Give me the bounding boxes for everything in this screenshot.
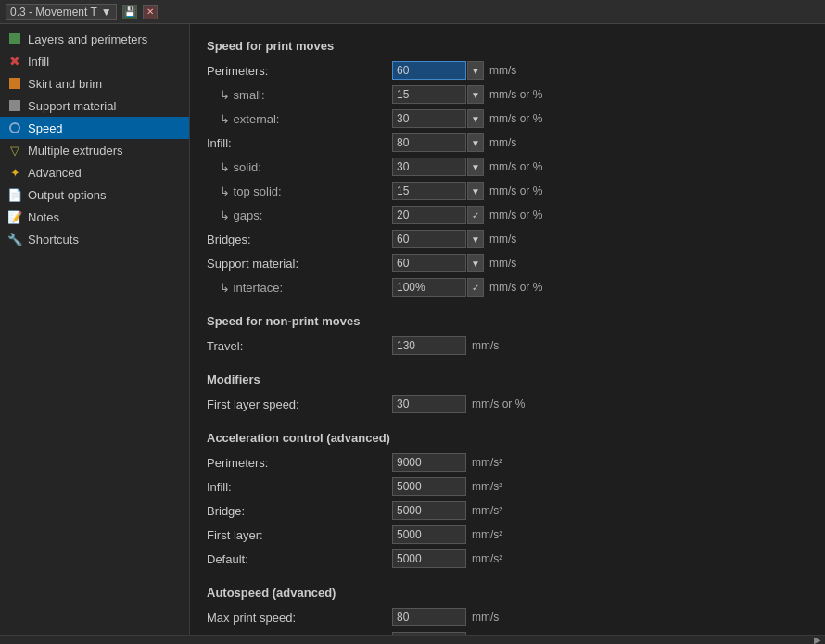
row-infill: Infill: ▼ mm/s <box>207 133 808 153</box>
travel-input[interactable] <box>392 336 466 355</box>
support-input[interactable] <box>392 254 466 272</box>
perimeters-dropdown-arrow[interactable]: ▼ <box>467 61 484 80</box>
sidebar-item-notes[interactable]: 📝 Notes <box>0 206 189 228</box>
section-non-print: Speed for non-print moves <box>207 314 808 328</box>
close-icon: ✕ <box>146 6 154 17</box>
row-bridges: Bridges: ▼ mm/s <box>207 229 808 249</box>
row-accel-bridge: Bridge: mm/s² <box>207 500 808 521</box>
solid-unit: mm/s or % <box>489 160 542 173</box>
first-layer-input[interactable] <box>392 395 466 413</box>
section-print-moves: Speed for print moves <box>207 39 808 53</box>
infill-dropdown-arrow[interactable]: ▼ <box>467 133 484 152</box>
bridges-input[interactable] <box>392 230 466 248</box>
accel-first-input[interactable] <box>392 525 466 544</box>
profile-dropdown[interactable]: 0.3 - Movement T ▼ <box>6 4 117 20</box>
sidebar-item-extruders[interactable]: ▽ Multiple extruders <box>0 139 189 161</box>
sidebar-label-layers: Layers and perimeters <box>28 32 147 46</box>
row-first-layer: First layer speed: mm/s or % <box>207 394 808 414</box>
sidebar-label-shortcuts: Shortcuts <box>28 233 79 246</box>
row-accel-peri: Perimeters: mm/s² <box>207 452 808 473</box>
profile-label: 0.3 - Movement T <box>10 6 97 19</box>
accel-bridge-unit: mm/s² <box>472 504 502 517</box>
support-input-group: ▼ <box>392 254 484 272</box>
scrollbar-area: ▶ <box>0 635 825 644</box>
small-input[interactable] <box>392 85 466 104</box>
accel-default-input[interactable] <box>392 549 466 568</box>
max-print-unit: mm/s <box>472 611 499 624</box>
first-layer-label: First layer speed: <box>207 398 392 411</box>
sidebar-label-notes: Notes <box>28 210 59 224</box>
perimeters-input-group: ▼ <box>392 61 484 80</box>
solid-label: ↳ solid: <box>207 160 392 174</box>
infill-input-group: ▼ <box>392 133 484 152</box>
gaps-unit: mm/s or % <box>489 208 542 221</box>
row-small: ↳ small: ▼ mm/s or % <box>207 84 808 105</box>
interface-dropdown-arrow[interactable]: ✓ <box>467 278 484 297</box>
sidebar-item-layers[interactable]: Layers and perimeters <box>0 28 189 50</box>
support-unit: mm/s <box>489 257 516 270</box>
top-solid-input[interactable] <box>392 182 466 200</box>
row-top-solid: ↳ top solid: ▼ mm/s or % <box>207 181 808 201</box>
solid-input[interactable] <box>392 158 466 176</box>
travel-label: Travel: <box>207 339 392 353</box>
sidebar-label-advanced: Advanced <box>28 166 82 180</box>
perimeters-input[interactable] <box>392 61 466 80</box>
accel-bridge-input[interactable] <box>392 501 466 520</box>
sidebar-item-output[interactable]: 📄 Output options <box>0 183 189 206</box>
small-dropdown-arrow[interactable]: ▼ <box>467 85 484 104</box>
extruders-icon: ▽ <box>7 143 22 158</box>
gaps-input[interactable] <box>392 206 466 224</box>
support-icon <box>7 98 22 113</box>
top-solid-dropdown-arrow[interactable]: ▼ <box>467 182 484 200</box>
row-accel-infill: Infill: mm/s² <box>207 476 808 497</box>
sidebar-label-extruders: Multiple extruders <box>28 144 123 158</box>
interface-input[interactable] <box>392 278 466 297</box>
first-layer-unit: mm/s or % <box>472 398 525 410</box>
external-input-group: ▼ <box>392 109 484 128</box>
row-accel-default: Default: mm/s² <box>207 549 808 569</box>
interface-unit: mm/s or % <box>489 281 542 294</box>
sidebar-item-speed[interactable]: Speed <box>0 117 189 139</box>
section-autospeed: Autospeed (advanced) <box>207 586 808 600</box>
top-solid-label: ↳ top solid: <box>207 184 392 198</box>
scroll-right-arrow[interactable]: ▶ <box>814 635 821 644</box>
perimeters-unit: mm/s <box>489 64 516 77</box>
bridges-input-group: ▼ <box>392 230 484 248</box>
small-label: ↳ small: <box>207 88 392 102</box>
main-content: Layers and perimeters ✖ Infill Skirt and… <box>0 24 825 635</box>
infill-input[interactable] <box>392 133 466 152</box>
external-dropdown-arrow[interactable]: ▼ <box>467 109 484 128</box>
sidebar-item-advanced[interactable]: ✦ Advanced <box>0 161 189 183</box>
bridges-unit: mm/s <box>489 233 516 246</box>
max-print-input[interactable] <box>392 608 466 626</box>
dropdown-arrow-icon: ▼ <box>101 6 112 19</box>
save-button[interactable]: 💾 <box>122 5 137 19</box>
sidebar-item-support[interactable]: Support material <box>0 95 189 117</box>
accel-infill-input[interactable] <box>392 477 466 496</box>
sidebar-label-skirt: Skirt and brim <box>28 77 102 91</box>
sidebar-item-infill[interactable]: ✖ Infill <box>0 50 189 72</box>
titlebar: 0.3 - Movement T ▼ 💾 ✕ <box>0 0 825 24</box>
solid-dropdown-arrow[interactable]: ▼ <box>467 158 484 176</box>
accel-peri-input[interactable] <box>392 453 466 472</box>
external-input[interactable] <box>392 109 466 128</box>
row-max-print: Max print speed: mm/s <box>207 607 808 627</box>
infill-unit: mm/s <box>489 136 516 149</box>
accel-peri-unit: mm/s² <box>472 456 502 469</box>
max-print-label: Max print speed: <box>207 611 392 625</box>
sidebar-label-output: Output options <box>28 188 107 202</box>
support-dropdown-arrow[interactable]: ▼ <box>467 254 484 272</box>
row-external: ↳ external: ▼ mm/s or % <box>207 108 808 129</box>
sidebar-label-speed: Speed <box>28 121 63 135</box>
close-button[interactable]: ✕ <box>143 5 158 19</box>
sidebar-item-skirt[interactable]: Skirt and brim <box>0 72 189 95</box>
top-solid-unit: mm/s or % <box>489 184 542 197</box>
row-solid: ↳ solid: ▼ mm/s or % <box>207 157 808 177</box>
infill-label: Infill: <box>207 136 392 150</box>
row-interface: ↳ interface: ✓ mm/s or % <box>207 277 808 297</box>
gaps-dropdown-arrow[interactable]: ✓ <box>467 206 484 224</box>
sidebar-item-shortcuts[interactable]: 🔧 Shortcuts <box>0 228 189 250</box>
notes-icon: 📝 <box>7 209 22 224</box>
bridges-dropdown-arrow[interactable]: ▼ <box>467 230 484 248</box>
row-gaps: ↳ gaps: ✓ mm/s or % <box>207 205 808 225</box>
